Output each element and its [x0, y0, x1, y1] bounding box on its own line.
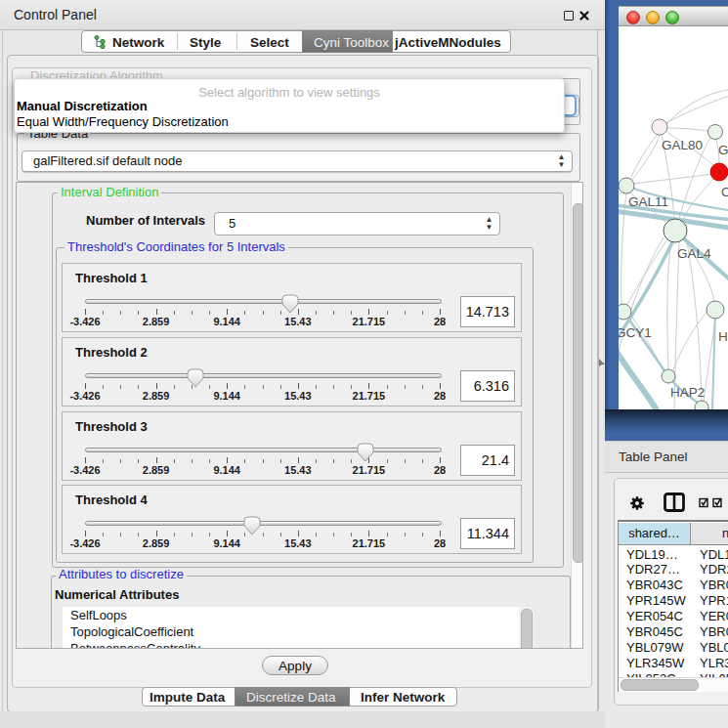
svg-text:GAL3: GAL3 — [718, 143, 728, 157]
svg-text:HAP2: HAP2 — [670, 385, 705, 400]
svg-text:GAL4: GAL4 — [677, 246, 711, 261]
svg-text:HIS: HIS — [718, 329, 728, 344]
svg-text:GAL80: GAL80 — [662, 138, 703, 152]
svg-text:GAL11: GAL11 — [628, 194, 668, 209]
svg-text:CDC1: CDC1 — [721, 185, 728, 199]
svg-text:GCY1: GCY1 — [619, 325, 652, 340]
